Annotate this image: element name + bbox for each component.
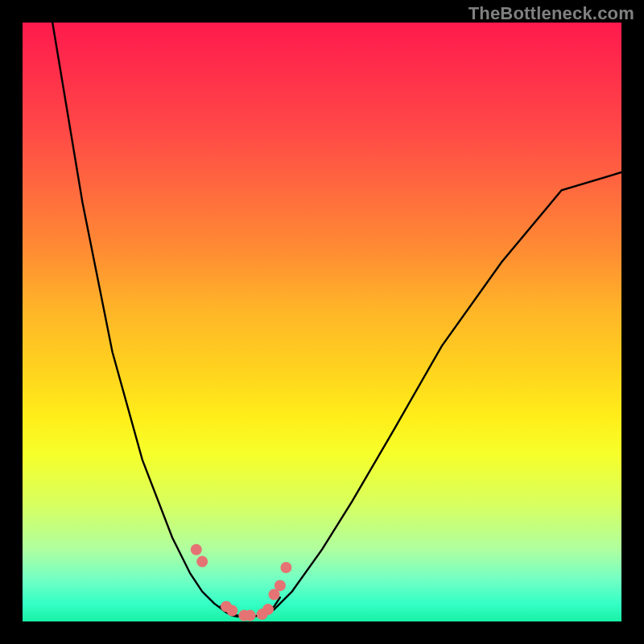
marker-group [191,544,292,621]
marker-point-7 [262,604,274,615]
chart-svg [23,23,621,621]
marker-point-3 [226,605,237,617]
marker-point-10 [280,562,291,573]
series-right-curve [262,172,621,617]
marker-point-1 [196,556,208,568]
marker-point-0 [191,544,202,555]
plot-area [23,23,621,621]
watermark-text: TheBottleneck.com [469,3,634,24]
marker-point-5 [245,610,256,621]
marker-point-9 [275,580,286,591]
curve-group [52,23,621,617]
series-left-curve [52,23,238,617]
chart-frame: TheBottleneck.com [0,0,644,644]
